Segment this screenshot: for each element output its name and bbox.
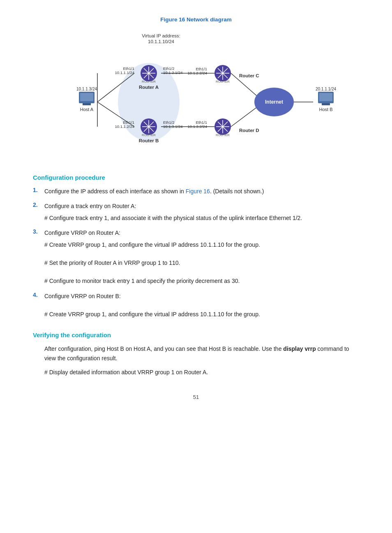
host-b-ip: 20.1.1.1/24 — [316, 87, 336, 91]
page: Figure 16 Network diagram Virtual IP add… — [0, 0, 392, 533]
step-3-sub3: # Configure to monitor track entry 1 and… — [44, 276, 359, 285]
config-step-1: 1. Configure the IP address of each inte… — [33, 187, 359, 196]
router-b-eth1-ip: 10.1.1.2/24 — [115, 124, 134, 129]
router-c-label: Router C — [239, 73, 259, 78]
step-2-content: Configure a track entry on Router A: # C… — [44, 202, 359, 222]
step-3-sub2: # Set the priority of Router A in VRRP g… — [44, 258, 359, 267]
step-3-content: Configure VRRP on Router A: # Create VRR… — [44, 228, 359, 286]
router-c-sublabel: ROUTER — [216, 80, 230, 83]
step-4-text: Configure VRRP on Router B: — [44, 293, 121, 299]
router-b-sublabel: ROUTER — [142, 133, 156, 137]
verifying-heading: Verifying the configuration — [33, 331, 359, 338]
host-a-label: Host A — [80, 107, 94, 112]
virtual-ip-value: 10.1.1.10/24 — [148, 39, 175, 44]
verifying-bold1: display — [283, 345, 303, 352]
router-a-eth2-ip: 10.1.2.1/24 — [163, 70, 183, 75]
verifying-text1: After configuration, ping Host B on Host… — [44, 345, 283, 352]
verifying-para1: After configuration, ping Host B on Host… — [44, 344, 359, 364]
step-3-text: Configure VRRP on Router A: — [44, 229, 120, 236]
step-1-text2: . (Details not shown.) — [210, 188, 264, 195]
config-step-4: 4. Configure VRRP on Router B: # Create … — [33, 292, 359, 319]
verifying-bold2: vrrp — [304, 345, 316, 352]
config-step-3: 3. Configure VRRP on Router A: # Create … — [33, 228, 359, 286]
network-diagram: Virtual IP address: 10.1.1.10/24 Host — [33, 30, 359, 162]
step-1-content: Configure the IP address of each interfa… — [44, 187, 359, 196]
step-4-sub1: # Create VRRP group 1, and configure the… — [44, 310, 359, 319]
internet-label: Internet — [265, 99, 283, 105]
router-d-sublabel: ROUTER — [216, 133, 230, 137]
page-number: 51 — [33, 394, 359, 400]
router-d-eth1-ip: 10.1.3.2/24 — [187, 124, 207, 129]
step-3-num: 3. — [33, 228, 44, 235]
step-3-sub1: # Create VRRP group 1, and configure the… — [44, 240, 359, 249]
config-steps-list: 1. Configure the IP address of each inte… — [33, 187, 359, 319]
step-4-content: Configure VRRP on Router B: # Create VRR… — [44, 292, 359, 319]
figure-title: Figure 16 Network diagram — [33, 16, 359, 23]
host-a-ip: 10.1.1.3/24 — [76, 87, 97, 91]
host-b-screen — [319, 93, 332, 101]
step-2-sub: # Configure track entry 1, and associate… — [44, 213, 359, 222]
router-d-label: Router D — [239, 128, 259, 133]
step-1-num: 1. — [33, 187, 44, 193]
verifying-body: After configuration, ping Host B on Host… — [44, 344, 359, 378]
verifying-para2: # Display detailed information about VRR… — [44, 368, 359, 378]
step-1-link: Figure 16 — [186, 188, 210, 195]
host-b-stand — [322, 103, 330, 105]
router-a-eth1-ip: 10.1.1.1/24 — [115, 70, 134, 75]
router-b-eth2-ip: 10.1.3.1/24 — [163, 124, 183, 129]
step-1-text: Configure the IP address of each interfa… — [44, 188, 186, 195]
router-c-eth1-ip: 10.1.2.2/24 — [187, 71, 207, 75]
diagram-svg: Virtual IP address: 10.1.1.10/24 Host — [34, 30, 358, 153]
router-a-label: Router A — [139, 85, 159, 90]
step-2-text: Configure a track entry on Router A: — [44, 203, 136, 209]
host-a-screen — [80, 93, 93, 101]
router-a-sublabel: ROUTER — [142, 80, 156, 83]
router-b-label: Router B — [139, 138, 159, 143]
host-b-label: Host B — [319, 107, 332, 112]
config-procedure-heading: Configuration procedure — [33, 174, 359, 181]
host-a-stand — [83, 103, 91, 105]
step-4-num: 4. — [33, 292, 44, 298]
virtual-ip-label: Virtual IP address: — [142, 33, 180, 38]
config-step-2: 2. Configure a track entry on Router A: … — [33, 202, 359, 222]
step-2-num: 2. — [33, 202, 44, 208]
